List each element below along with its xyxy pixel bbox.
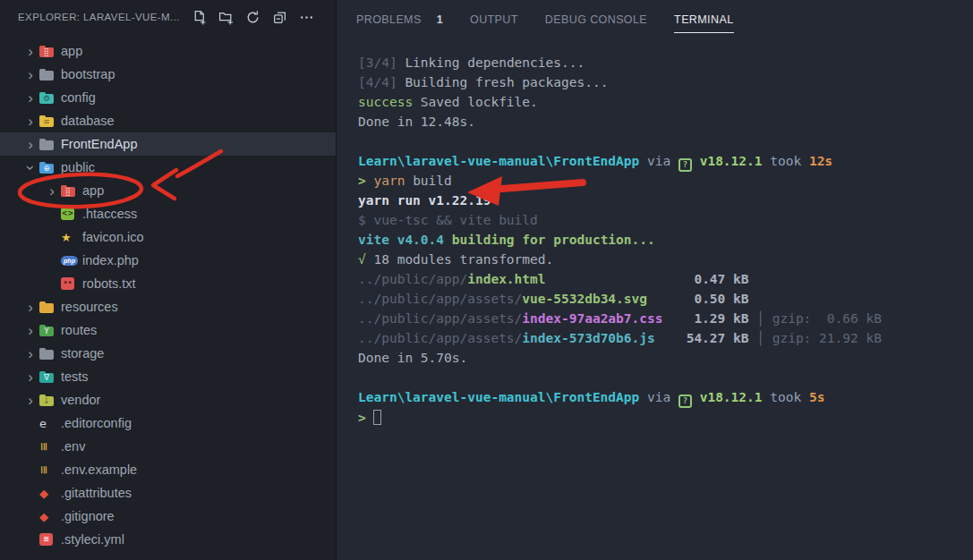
tree-item-editorconfig[interactable]: e.editorconfig bbox=[0, 412, 336, 435]
terminal-line: ../public/app/index.html 0.47 kB bbox=[358, 272, 973, 292]
folder-icon: ⣿ bbox=[61, 184, 82, 197]
terminal-text-segment: 0.50 kB bbox=[694, 292, 748, 306]
terminal-line: success Saved lockfile. bbox=[358, 95, 973, 115]
terminal-line: vite v4.0.4 building for production... bbox=[358, 233, 973, 252]
tree-item-tests[interactable]: ›∇tests bbox=[0, 365, 336, 388]
chevron-icon[interactable]: › bbox=[23, 158, 38, 176]
tab-problems[interactable]: PROBLEMS1 bbox=[356, 0, 443, 39]
chevron-icon[interactable]: › bbox=[21, 44, 39, 59]
file-icon: e bbox=[39, 418, 61, 429]
file-tree: ›⣿app›bootstrap›⚙config›≡database›FrontE… bbox=[0, 34, 336, 560]
more-actions-icon[interactable] bbox=[299, 10, 314, 25]
terminal-text-segment: building for production... bbox=[452, 233, 655, 247]
tree-item-app[interactable]: ›⣿app bbox=[0, 179, 336, 202]
tab-terminal[interactable]: TERMINAL bbox=[674, 0, 733, 39]
tree-item-env.example[interactable]: ≡.env.example bbox=[0, 458, 336, 481]
tree-item-index.php[interactable]: phpindex.php bbox=[0, 249, 336, 272]
nodejs-icon: ? bbox=[679, 158, 692, 172]
tree-item-htaccess[interactable]: <>.htaccess bbox=[0, 202, 336, 225]
tab-output[interactable]: OUTPUT bbox=[470, 0, 518, 39]
terminal-text-segment: yarn run v1.22.19 bbox=[358, 193, 491, 208]
terminal-text-segment: [4/4] bbox=[358, 75, 405, 89]
tree-item-label: .env bbox=[61, 439, 85, 454]
terminal-cursor bbox=[373, 410, 381, 425]
tab-label: OUTPUT bbox=[470, 13, 518, 26]
tab-label: DEBUG CONSOLE bbox=[545, 13, 647, 26]
tree-item-routes[interactable]: ›Yroutes bbox=[0, 318, 336, 342]
chevron-icon[interactable]: › bbox=[21, 90, 39, 106]
file-icon: ◆ bbox=[39, 488, 61, 499]
terminal-text-segment: 1.29 kB bbox=[694, 311, 748, 326]
chevron-icon[interactable]: › bbox=[21, 114, 39, 129]
folder-icon: ⚙ bbox=[39, 91, 61, 104]
terminal-text-segment: 12s bbox=[809, 154, 832, 168]
tree-item-label: robots.txt bbox=[82, 276, 136, 291]
terminal-text-segment: > bbox=[358, 174, 373, 188]
chevron-icon[interactable]: › bbox=[21, 323, 39, 338]
tree-item-favicon.ico[interactable]: ★favicon.ico bbox=[0, 225, 336, 249]
terminal-text-segment: v18.12.1 bbox=[692, 154, 763, 168]
tree-item-resources[interactable]: ›resources bbox=[0, 295, 336, 318]
tree-item-public[interactable]: ›⊕public bbox=[0, 156, 336, 179]
chevron-icon[interactable]: › bbox=[21, 67, 39, 82]
tab-debug-console[interactable]: DEBUG CONSOLE bbox=[545, 0, 647, 39]
terminal-line: yarn run v1.22.19 bbox=[358, 193, 973, 213]
terminal-line: √ 18 modules transformed. bbox=[358, 252, 973, 272]
folder-icon bbox=[39, 347, 61, 360]
tree-item-gitignore[interactable]: ◆.gitignore bbox=[0, 505, 336, 528]
tree-item-config[interactable]: ›⚙config bbox=[0, 86, 336, 109]
tree-item-styleci.yml[interactable]: ≡.styleci.yml bbox=[0, 528, 336, 551]
terminal-line: ../public/app/assets/index-573d70b6.js 5… bbox=[358, 331, 973, 351]
terminal-line bbox=[358, 370, 973, 390]
nodejs-icon: ? bbox=[679, 395, 692, 408]
refresh-icon[interactable] bbox=[245, 10, 260, 25]
tree-item-gitattributes[interactable]: ◆.gitattributes bbox=[0, 481, 336, 505]
chevron-icon[interactable]: › bbox=[21, 300, 39, 315]
explorer-title: EXPLORER: LARAVEL-VUE-M... bbox=[18, 12, 192, 22]
explorer-header: EXPLORER: LARAVEL-VUE-M... bbox=[0, 0, 336, 34]
new-file-icon[interactable] bbox=[192, 10, 207, 25]
folder-icon: ∇ bbox=[39, 370, 61, 383]
terminal-text-segment: 5s bbox=[809, 390, 824, 404]
tree-item-label: index.php bbox=[82, 253, 139, 267]
explorer-actions bbox=[192, 10, 327, 25]
terminal-text-segment: $ vue-tsc && vite build bbox=[358, 213, 538, 227]
terminal-text-segment: Building fresh packages... bbox=[405, 75, 608, 89]
tree-item-database[interactable]: ›≡database bbox=[0, 109, 336, 132]
new-folder-icon[interactable] bbox=[218, 10, 234, 25]
chevron-icon[interactable]: › bbox=[21, 137, 39, 152]
tree-item-app[interactable]: ›⣿app bbox=[0, 39, 336, 63]
folder-icon: ⊕ bbox=[39, 161, 61, 174]
terminal-text-segment: ../public/app/assets/ bbox=[358, 292, 522, 306]
tree-item-label: .styleci.yml bbox=[61, 532, 124, 547]
chevron-icon[interactable]: › bbox=[21, 393, 39, 408]
file-icon: <> bbox=[61, 208, 82, 220]
terminal-text-segment: Done in 5.70s. bbox=[358, 351, 467, 365]
tree-item-frontendapp[interactable]: ›FrontEndApp bbox=[0, 132, 336, 156]
collapse-folders-icon[interactable] bbox=[272, 10, 287, 25]
terminal-text-segment: Saved lockfile. bbox=[413, 95, 538, 109]
terminal-line: [4/4] Building fresh packages... bbox=[358, 75, 973, 95]
file-icon: ≡ bbox=[39, 533, 61, 546]
terminal-text-segment: vue-5532db34.svg bbox=[522, 292, 647, 306]
tree-item-robots.txt[interactable]: ••robots.txt bbox=[0, 272, 336, 295]
terminal-output[interactable]: [3/4] Linking dependencies...[4/4] Build… bbox=[337, 39, 973, 560]
file-icon: php bbox=[61, 256, 82, 266]
terminal-text-segment: took bbox=[763, 154, 809, 168]
tree-item-env[interactable]: ≡.env bbox=[0, 435, 336, 458]
terminal-text-segment: 0.47 kB bbox=[694, 272, 748, 286]
tree-item-bootstrap[interactable]: ›bootstrap bbox=[0, 63, 336, 86]
file-icon: ≡ bbox=[39, 441, 61, 453]
tree-item-storage[interactable]: ›storage bbox=[0, 342, 336, 365]
terminal-line: [3/4] Linking dependencies... bbox=[358, 55, 973, 75]
tree-item-label: routes bbox=[61, 323, 97, 337]
bottom-panel: PROBLEMS1OUTPUTDEBUG CONSOLETERMINAL [3/… bbox=[336, 0, 973, 560]
tree-item-label: FrontEndApp bbox=[61, 137, 137, 151]
tree-item-label: public bbox=[61, 160, 95, 174]
chevron-icon[interactable]: › bbox=[21, 346, 39, 361]
chevron-icon[interactable]: › bbox=[21, 369, 39, 385]
tree-item-vendor[interactable]: ›↓vendor bbox=[0, 388, 336, 412]
chevron-icon[interactable]: › bbox=[43, 183, 61, 199]
tree-item-label: .htaccess bbox=[82, 207, 137, 221]
tree-item-label: app bbox=[82, 183, 104, 198]
